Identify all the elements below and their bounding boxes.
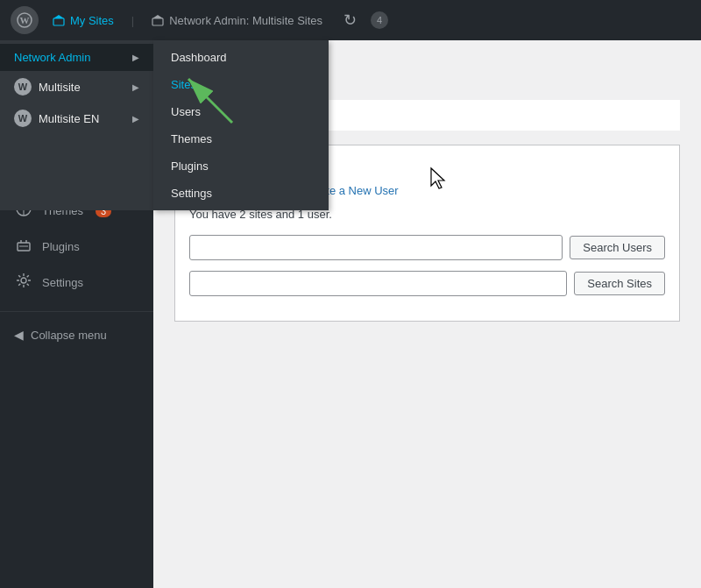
flyout-child-panel: Dashboard Sites Users Themes Plugins Set… [153,40,329,210]
flyout-arrow-multisite-en: ▶ [132,114,139,124]
flyout-multisite[interactable]: W Multisite ▶ [0,71,153,103]
search-sites-input[interactable] [189,271,567,296]
multisite-en-wp-icon: W [14,110,32,127]
sidebar-item-settings[interactable]: Settings [0,265,153,301]
bar-separator: | [131,14,134,27]
svg-rect-2 [53,18,64,25]
svg-marker-3 [53,15,64,18]
flyout-child-themes[interactable]: Themes [153,125,329,152]
settings-icon [14,272,33,294]
flyout-child-users[interactable]: Users [153,98,329,125]
flyout-child-dashboard[interactable]: Dashboard [153,44,329,71]
flyout-multisite-en[interactable]: W Multisite EN ▶ [0,103,153,134]
flyout-arrow-multisite: ▶ [132,82,139,92]
search-users-input[interactable] [189,235,563,260]
search-users-row: Search Users [189,235,665,260]
collapse-menu-item[interactable]: ◀ Collapse menu [0,319,153,351]
network-admin-dropdown: Network Admin ▶ W Multisite ▶ W Multisit… [0,40,329,210]
multisite-wp-icon: W [14,78,32,96]
multisite-en-flyout-label: Multisite EN [39,112,99,125]
svg-text:W: W [20,15,30,25]
search-sites-button[interactable]: Search Sites [574,272,665,295]
collapse-label: Collapse menu [31,329,107,342]
svg-marker-5 [152,15,163,18]
sidebar-settings-label: Settings [42,276,83,289]
search-sites-row: Search Sites [189,271,665,296]
svg-point-17 [21,278,26,283]
flyout-network-admin[interactable]: Network Admin ▶ [0,44,153,71]
update-count-badge[interactable]: 4 [371,11,388,29]
admin-bar: W My Sites | Network Admin: Multisite Si… [0,0,701,40]
my-sites-link[interactable]: My Sites [53,14,114,27]
sidebar-item-plugins[interactable]: Plugins [0,229,153,265]
wp-logo: W [11,6,39,34]
collapse-icon: ◀ [14,328,24,342]
network-admin-bar-link[interactable]: Network Admin: Multisite Sites [152,14,322,27]
svg-rect-4 [152,18,163,25]
plugins-icon [14,236,33,258]
network-admin-flyout-label: Network Admin [14,51,90,64]
flyout-child-settings[interactable]: Settings [153,180,329,207]
flyout-child-plugins[interactable]: Plugins [153,152,329,180]
multisite-flyout-label: Multisite [39,81,81,94]
search-users-button[interactable]: Search Users [570,236,665,259]
refresh-icon[interactable]: ↻ [343,11,357,30]
sidebar-plugins-label: Plugins [42,240,80,253]
flyout-child-sites[interactable]: Sites [153,71,329,98]
flyout-parent-panel: Network Admin ▶ W Multisite ▶ W Multisit… [0,40,153,210]
flyout-arrow-network-admin: ▶ [132,53,139,62]
sidebar-divider-2 [0,311,153,312]
